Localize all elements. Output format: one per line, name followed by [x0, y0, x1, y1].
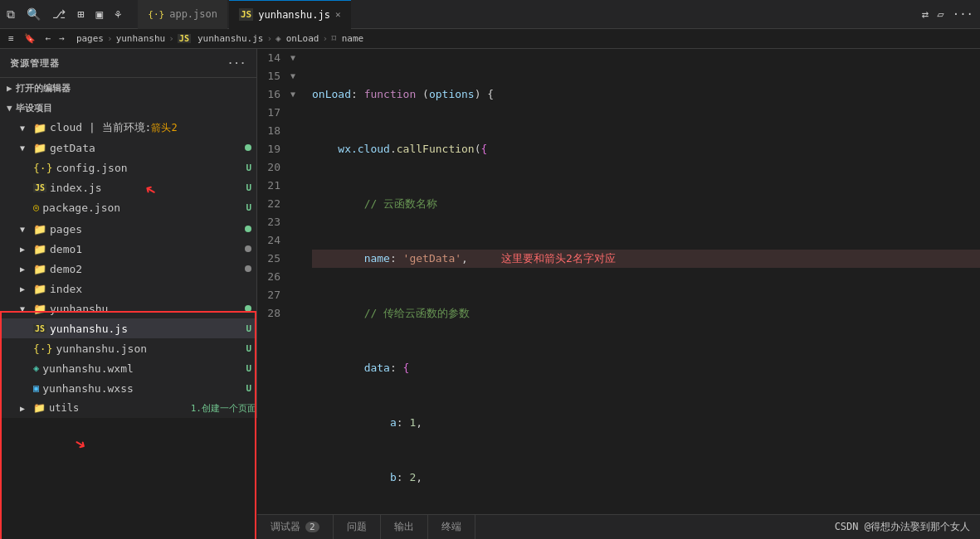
fold-14[interactable]: ▼ [290, 49, 304, 67]
tree-item-yunhanshu-wxss[interactable]: ▣ yunhanshu.wxss U [0, 378, 256, 398]
code-line-19: data: { [312, 359, 980, 377]
breadcrumb-file-icon: JS [178, 34, 191, 43]
sync-icon[interactable]: ⇄ [922, 7, 929, 21]
breadcrumb-yunhanshu[interactable]: yunhanshu [116, 33, 166, 44]
getData-arrow: ▼ [20, 143, 33, 153]
line-num-21: 21 [264, 177, 280, 195]
line-num-14: 14 [264, 49, 280, 67]
breadcrumb-pages[interactable]: pages [76, 33, 104, 44]
tree-item-config-json[interactable]: {·} config.json U [0, 158, 256, 177]
fold-24[interactable]: ▼ [290, 85, 304, 104]
code-container[interactable]: 14 15 16 17 18 19 20 21 22 23 24 25 26 2… [257, 49, 980, 514]
tree-item-demo2[interactable]: ▶ 📁 demo2 [0, 259, 256, 279]
sidebar-header: 资源管理器 ··· [0, 49, 256, 78]
title-bar: ⧉ 🔍 ⎇ ⊞ ▣ ⚘ {·} app.json JS yunhanshu.js… [0, 0, 980, 29]
watermark: CSDN @得想办法娶到那个女人 [835, 520, 980, 534]
sidebar-section-project[interactable]: ▼ 毕设项目 [0, 98, 256, 118]
breadcrumb-onload-icon: ◈ [275, 33, 281, 44]
yunhanshu-wxml-badge: U [246, 363, 251, 374]
back-icon[interactable]: ← [46, 33, 51, 44]
utils-note: 1.创建一个页面 [191, 402, 256, 415]
forward-icon[interactable]: → [59, 33, 65, 44]
fold-gutter: ▼ ▼ ▼ [290, 49, 304, 514]
layout-icon[interactable]: ▣ [95, 7, 102, 21]
breadcrumb-file[interactable]: yunhanshu.js [197, 33, 263, 44]
bottom-tab-terminal[interactable]: 终端 [428, 515, 475, 540]
sidebar-more-icon[interactable]: ··· [227, 58, 246, 69]
fold-19[interactable]: ▼ [290, 67, 304, 85]
sidebar: 资源管理器 ··· ▶ 打开的编辑器 ▼ 毕设项目 ▼ 📁 [0, 49, 257, 418]
tree-item-yunhanshu-json[interactable]: {·} yunhanshu.json U [0, 338, 256, 358]
utils-icon: 📁 [33, 402, 46, 414]
demo2-icon: 📁 [33, 263, 46, 275]
git-icon[interactable]: ⚘ [115, 7, 121, 21]
breadcrumb-onload[interactable]: onLoad [286, 33, 319, 44]
index-js-label: index.js [50, 182, 246, 194]
breadcrumb-bar: ≡ 🔖 ← → pages › yunhanshu › JS yunhanshu… [0, 29, 980, 49]
demo1-label: demo1 [50, 243, 245, 255]
breadcrumb-name-icon: ⌑ [331, 33, 337, 44]
bottom-tab-problems[interactable]: 问题 [334, 515, 381, 540]
main-area: 资源管理器 ··· ▶ 打开的编辑器 ▼ 毕设项目 ▼ 📁 [0, 49, 980, 539]
code-line-16: // 云函数名称 [312, 195, 980, 213]
bottom-tab-debugger[interactable]: 调试器 2 [257, 515, 334, 540]
bookmark-icon[interactable]: 🔖 [24, 33, 36, 44]
tab-yunhanshu-js[interactable]: JS yunhanshu.js ✕ [229, 0, 351, 29]
yunhanshu-wxss-icon: ▣ [33, 382, 39, 394]
split-icon[interactable]: ▱ [937, 7, 943, 21]
yunhanshu-js-icon: JS [33, 324, 46, 333]
tree-item-pages[interactable]: ▼ 📁 pages [0, 219, 256, 239]
line-numbers: 14 15 16 17 18 19 20 21 22 23 24 25 26 2… [257, 49, 290, 514]
search-icon[interactable]: 🔍 [27, 7, 41, 21]
line-num-20: 20 [264, 158, 280, 177]
yunhanshu-wxss-badge: U [246, 383, 251, 394]
cloud-folder-icon: 📁 [33, 122, 46, 134]
pages-folder-icon: 📁 [33, 223, 46, 236]
tree-item-demo1[interactable]: ▶ 📁 demo1 [0, 239, 256, 259]
yunhanshu-folder-icon: 📁 [33, 303, 46, 315]
cloud-arrow: ▼ [20, 124, 33, 133]
yunhanshu-js-label: yunhanshu.js [50, 323, 246, 335]
tree-item-index-js[interactable]: JS index.js U [0, 177, 256, 197]
package-json-icon: ◎ [33, 202, 39, 213]
utils-arrow: ▶ [20, 404, 33, 413]
tree-item-index[interactable]: ▶ 📁 index [0, 279, 256, 299]
tree-item-utils[interactable]: ▶ 📁 utils 1.创建一个页面 [0, 398, 256, 418]
getData-dot [245, 144, 251, 151]
breadcrumb-name[interactable]: name [342, 33, 364, 44]
grid-icon[interactable]: ⊞ [77, 7, 84, 21]
branch-icon[interactable]: ⎇ [52, 7, 66, 21]
list-icon[interactable]: ≡ [8, 33, 14, 44]
tree-item-yunhanshu[interactable]: ▼ 📁 yunhanshu [0, 299, 256, 318]
tab-app-json[interactable]: {·} app.json [138, 0, 227, 29]
code-content[interactable]: onLoad: function (options) { wx.cloud.ca… [304, 49, 980, 514]
yunhanshu-folder-label: yunhanshu [50, 303, 245, 315]
tab-close-button[interactable]: ✕ [335, 9, 341, 20]
tree-item-cloud[interactable]: ▼ 📁 cloud | 当前环境:箭头2 [0, 118, 256, 138]
yunhanshu-js-badge: U [246, 323, 251, 334]
pages-arrow: ▼ [20, 225, 33, 234]
red-arrow-yunhanshu: ➜ [71, 432, 90, 455]
tree-item-yunhanshu-wxml[interactable]: ◈ yunhanshu.wxml U [0, 358, 256, 378]
tree-item-yunhanshu-js[interactable]: JS yunhanshu.js U [0, 318, 256, 338]
problems-label: 问题 [347, 520, 367, 534]
sidebar-section-open-editors[interactable]: ▶ 打开的编辑器 [0, 78, 256, 98]
code-line-21: b: 2, [312, 469, 980, 487]
utils-label: utils [49, 402, 186, 414]
breadcrumb-sep-1: › [107, 33, 113, 44]
breadcrumb-sep-2: › [168, 33, 174, 44]
copy-icon[interactable]: ⧉ [7, 7, 15, 22]
tree-item-getData[interactable]: ▼ 📁 getData [0, 138, 256, 158]
line-num-17: 17 [264, 104, 280, 122]
tree-item-package-json[interactable]: ◎ package.json U [0, 197, 256, 217]
package-json-label: package.json [42, 202, 246, 214]
bottom-tab-output[interactable]: 输出 [381, 515, 428, 540]
demo2-label: demo2 [50, 263, 245, 275]
demo2-dot [245, 265, 251, 272]
code-line-17: name: 'getData', 这里要和箭头2名字对应 [312, 250, 980, 268]
pages-dot [245, 226, 251, 232]
breadcrumb-sep-3: › [266, 33, 272, 44]
line-num-18: 18 [264, 122, 280, 140]
more-icon[interactable]: ··· [953, 7, 973, 21]
index-label: index [50, 283, 256, 295]
